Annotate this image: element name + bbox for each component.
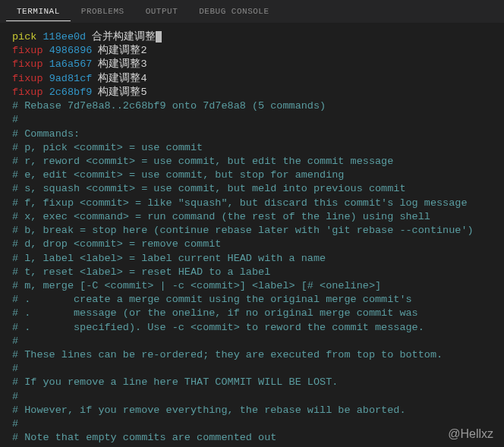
commit-msg: 构建调整5 [98,87,146,98]
cursor [156,31,162,42]
commit-msg: 构建调整3 [98,58,146,70]
comment-line: # . specified). Use -c <commit> to rewor… [12,321,492,335]
rebase-line: pick 118ee0d 合并构建调整 [12,30,492,44]
commit-hash: 9ad81cf [49,73,93,84]
tab-debug-console[interactable]: DEBUG CONSOLE [188,2,279,20]
action-fixup: fixup [12,58,43,70]
rebase-line: fixup 1a6a567 构建调整3 [12,58,492,71]
comment-line: # These lines can be re-ordered; they ar… [12,348,492,362]
action-fixup: fixup [12,45,43,56]
action-pick: pick [12,31,36,42]
action-fixup: fixup [12,73,43,84]
comment-line: # However, if you remove everything, the… [12,404,492,417]
comment-line: # t, reset <label> = reset HEAD to a lab… [12,266,492,279]
rebase-line: fixup 2c68bf9 构建调整5 [12,86,492,99]
commit-hash: 2c68bf9 [49,87,93,98]
tab-terminal[interactable]: TERMINAL [6,2,71,21]
commit-hash: 118ee0d [43,31,87,42]
comment-line: # d, drop <commit> = remove commit [12,238,492,251]
comment-line: # e, edit <commit> = use commit, but sto… [12,168,492,182]
panel-tab-bar: TERMINAL PROBLEMS OUTPUT DEBUG CONSOLE [0,0,504,23]
comment-line: # x, exec <command> = run command (the r… [12,210,492,224]
comment-line: # p, pick <commit> = use commit [12,141,492,155]
comment-line: # [12,362,492,376]
comment-line: # Rebase 7d7e8a8..2c68bf9 onto 7d7e8a8 (… [12,99,492,113]
watermark: @Hellxz [448,427,493,441]
comment-line: # [12,417,492,431]
rebase-line: fixup 4986896 构建调整2 [12,44,492,58]
terminal-content[interactable]: pick 118ee0d 合并构建调整 fixup 4986896 构建调整2 … [0,23,504,447]
commit-hash: 1a6a567 [49,58,93,70]
comment-line: # . create a merge commit using the orig… [12,293,492,307]
comment-line: # [12,113,492,127]
commit-msg: 构建调整2 [98,45,146,56]
comment-line: # . message (or the oneline, if no origi… [12,307,492,320]
comment-line: # If you remove a line here THAT COMMIT … [12,376,492,389]
commit-msg: 合并构建调整 [92,31,156,42]
rebase-line: fixup 9ad81cf 构建调整4 [12,72,492,86]
action-fixup: fixup [12,87,43,98]
tab-output[interactable]: OUTPUT [135,2,189,20]
comment-line: # f, fixup <commit> = like "squash", but… [12,197,492,210]
comment-line: # [12,335,492,348]
commit-msg: 构建调整4 [98,73,146,84]
tab-problems[interactable]: PROBLEMS [71,2,135,20]
comment-line: # r, reword <commit> = use commit, but e… [12,155,492,168]
comment-line: # Note that empty commits are commented … [12,431,492,445]
comment-line: # l, label <label> = label current HEAD … [12,252,492,266]
commit-hash: 4986896 [49,45,93,56]
comment-line: # s, squash <commit> = use commit, but m… [12,182,492,196]
comment-line: # m, merge [-C <commit> | -c <commit>] <… [12,279,492,293]
comment-line: # b, break = stop here (continue rebase … [12,224,492,238]
comment-line: # [12,390,492,404]
comment-line: # Commands: [12,127,492,141]
